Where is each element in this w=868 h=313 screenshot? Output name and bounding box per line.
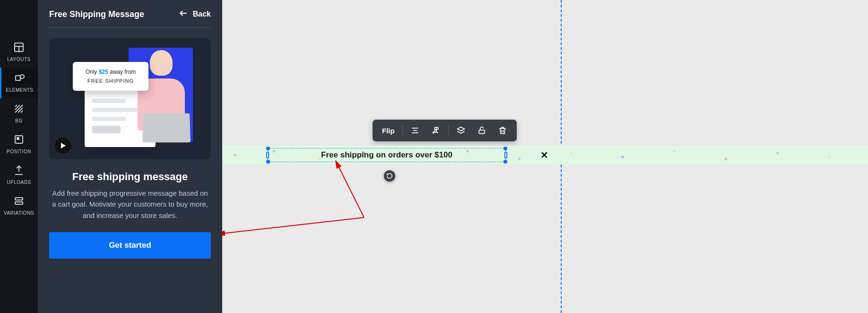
element-toolbar: Flip — [373, 120, 517, 141]
rail-label: LAYOUTS — [7, 57, 30, 62]
resize-handle-right[interactable] — [504, 152, 507, 158]
delete-button[interactable] — [494, 123, 511, 138]
rail-item-uploads[interactable]: UPLOADS — [0, 160, 38, 191]
elements-icon — [14, 72, 26, 85]
banner-text[interactable]: Free shipping on orders over $100 — [321, 150, 452, 160]
resize-handle-tl[interactable] — [266, 147, 270, 150]
get-started-button[interactable]: Get started — [49, 232, 211, 259]
toolbar-divider — [402, 125, 403, 136]
bg-icon — [13, 103, 25, 115]
left-rail: LAYOUTS ELEMENTS BG POSITION UPLOADS VAR… — [0, 0, 38, 313]
preview-tooltip: Only $25 away from FREE SHIPPING — [73, 62, 148, 91]
layouts-icon — [13, 42, 25, 54]
svg-line-8 — [15, 105, 17, 107]
position-icon — [13, 134, 25, 146]
side-panel: Free Shipping Message Back — [38, 0, 222, 313]
tooltip-prefix: Only — [86, 69, 99, 75]
preview-laptop — [142, 113, 191, 143]
back-button[interactable]: Back — [179, 9, 211, 20]
banner-close-icon[interactable]: ✕ — [540, 149, 548, 161]
rail-item-position[interactable]: POSITION — [0, 129, 38, 160]
tooltip-amount: $25 — [99, 69, 108, 75]
align-center-button[interactable] — [407, 123, 424, 138]
free-shipping-banner[interactable]: Free shipping on orders over $100 ✕ — [222, 146, 868, 165]
resize-handle-left[interactable] — [266, 152, 269, 158]
resize-handle-bl[interactable] — [266, 160, 270, 164]
rail-item-bg[interactable]: BG — [0, 98, 38, 129]
rail-item-variations[interactable]: VARIATIONS — [0, 191, 38, 221]
canvas[interactable]: Flip Free shipping on orders over $100 — [222, 0, 868, 313]
flip-button[interactable]: Flip — [378, 124, 399, 138]
layers-button[interactable] — [452, 123, 469, 138]
rotate-handle[interactable] — [384, 170, 395, 182]
svg-line-21 — [222, 217, 364, 234]
panel-heading: Free shipping message — [49, 171, 211, 183]
svg-line-9 — [21, 111, 23, 113]
rail-label: POSITION — [7, 149, 31, 154]
svg-rect-12 — [15, 198, 23, 200]
svg-rect-13 — [15, 202, 23, 204]
rail-label: VARIATIONS — [4, 210, 34, 216]
svg-rect-3 — [16, 76, 20, 80]
tooltip-line2: FREE SHIPPING — [80, 77, 141, 85]
toolbar-divider — [448, 125, 449, 136]
rail-item-layouts[interactable]: LAYOUTS — [0, 37, 38, 68]
rail-item-elements[interactable]: ELEMENTS — [0, 68, 38, 98]
resize-handle-br[interactable] — [503, 160, 507, 164]
preview-card: Only $25 away from FREE SHIPPING — [49, 38, 211, 159]
svg-point-4 — [20, 75, 24, 78]
rail-label: BG — [15, 118, 22, 123]
variations-icon — [13, 195, 25, 208]
rail-label: UPLOADS — [7, 180, 31, 185]
arrow-left-icon — [179, 9, 188, 20]
svg-marker-18 — [457, 127, 464, 131]
rail-label: ELEMENTS — [6, 87, 34, 93]
back-label: Back — [193, 10, 211, 18]
banner-text-selection[interactable]: Free shipping on orders over $100 — [268, 148, 506, 162]
resize-handle-tr[interactable] — [503, 147, 507, 150]
uploads-icon — [13, 165, 25, 177]
svg-rect-11 — [17, 137, 19, 140]
panel-title: Free Shipping Message — [49, 9, 144, 19]
text-direction-button[interactable] — [427, 123, 444, 138]
panel-header: Free Shipping Message Back — [49, 9, 211, 28]
svg-line-20 — [336, 161, 364, 217]
svg-rect-19 — [479, 130, 485, 134]
lock-button[interactable] — [473, 123, 490, 138]
play-button[interactable] — [55, 138, 71, 154]
panel-description: Add free shipping progressive message ba… — [49, 188, 211, 221]
tooltip-suffix: away from — [108, 69, 136, 75]
